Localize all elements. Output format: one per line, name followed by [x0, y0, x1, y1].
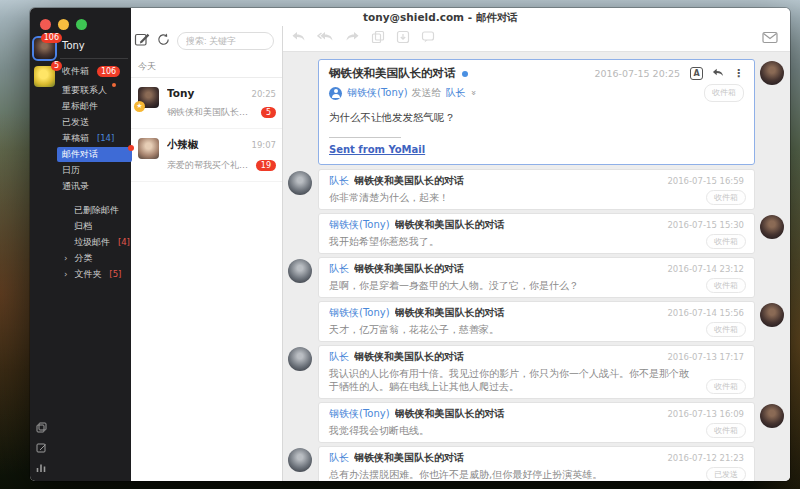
sender-name: 队长	[329, 350, 349, 363]
sidebar-item-inbox[interactable]: 收件箱 106	[59, 64, 132, 79]
message-card[interactable]: 队长 钢铁侠和美国队长的对话 2016-07-13 17:17 我认识的人比你有…	[318, 345, 755, 399]
message-card[interactable]: 钢铁侠(Tony) 钢铁侠和美国队长的对话 2016-07-14 15:56 天…	[318, 301, 755, 342]
sender-name: Tony	[167, 87, 252, 99]
sidebar-item-important-contacts[interactable]: 重要联系人	[59, 80, 132, 98]
archive-icon[interactable]	[396, 29, 410, 48]
forward-icon[interactable]	[345, 29, 360, 48]
message-date: 2016-07-13 17:17	[667, 351, 744, 364]
list-item[interactable]: 小辣椒 19:07 亲爱的帮我买个礼物回来！ 19	[131, 129, 282, 182]
sidebar-item-folders[interactable]: › 文件夹 [5]	[59, 267, 132, 282]
sender-avatar[interactable]	[288, 171, 312, 195]
sidebar-item-address-book[interactable]: 通讯录	[59, 179, 132, 194]
expand-details-icon[interactable]: »	[466, 90, 480, 96]
envelope-icon[interactable]	[762, 29, 778, 48]
expanded-message-row: 钢铁侠和美国队长的对话 2016-07-15 20:25 A ⋮	[283, 59, 790, 165]
chevron-right-icon: ›	[64, 269, 68, 279]
message-preview: 总有办法摆脱困难。你也许不是威胁,但你最好停止扮演英雄。	[329, 468, 744, 481]
conversation-panel: 钢铁侠和美国队长的对话 2016-07-15 20:25 A ⋮	[283, 26, 790, 481]
sender-name[interactable]: 钢铁侠(Tony)	[347, 86, 408, 100]
sidebar-item-badge: [14]	[97, 133, 114, 143]
close-button[interactable]	[40, 19, 51, 30]
expanded-message-card[interactable]: 钢铁侠和美国队长的对话 2016-07-15 20:25 A ⋮	[318, 59, 755, 165]
sidebar-item-label: 日历	[62, 165, 80, 175]
sender-avatar[interactable]	[288, 448, 312, 472]
sidebar-item-drafts[interactable]: 草稿箱 [14]	[59, 131, 132, 146]
compose-button[interactable]	[134, 31, 150, 51]
sender-avatar[interactable]	[760, 303, 784, 327]
sidebar-item-archive[interactable]: 归档	[59, 219, 132, 234]
avatar: ★	[138, 87, 159, 108]
window-title: tony@shield.com - 邮件对话	[363, 11, 518, 25]
sidebar-item-label: 已发送	[62, 117, 89, 127]
copy-icon[interactable]	[371, 29, 385, 48]
sidebar-item-label: 垃圾邮件	[74, 237, 110, 247]
conversation-thread[interactable]: 钢铁侠和美国队长的对话 2016-07-15 20:25 A ⋮	[283, 52, 790, 481]
sender-avatar[interactable]	[760, 404, 784, 428]
unread-dot	[112, 83, 116, 87]
sidebar-item-badge: 106	[97, 66, 120, 77]
message-subject: 钢铁侠和美国队长的对话	[329, 66, 456, 81]
reply-icon[interactable]	[711, 66, 725, 81]
zoom-button[interactable]	[76, 19, 87, 30]
list-section-header: 今天	[131, 56, 282, 78]
message-card[interactable]: 队长 钢铁侠和美国队长的对话 2016-07-14 23:12 是啊，你是穿着一…	[318, 257, 755, 298]
signature-link[interactable]: Sent from YoMail	[329, 144, 425, 155]
message-list-panel: 今天 ★ Tony 20:25 钢铁侠和美国队长的对话 5 小辣椒 19:07 …	[131, 26, 283, 481]
message-card[interactable]: 队长 钢铁侠和美国队长的对话 2016-07-15 16:59 你非常清楚为什么…	[318, 169, 755, 210]
message-card[interactable]: 队长 钢铁侠和美国队长的对话 2016-07-12 21:23 总有办法摆脱困难…	[318, 446, 755, 481]
unread-dot	[128, 145, 134, 151]
message-row: 钢铁侠(Tony) 钢铁侠和美国队长的对话 2016-07-13 16:09 我…	[283, 402, 790, 443]
chat-icon[interactable]	[421, 29, 435, 48]
message-card[interactable]: 钢铁侠(Tony) 钢铁侠和美国队长的对话 2016-07-15 15:30 我…	[318, 213, 755, 254]
sidebar-item-sent[interactable]: 已发送	[59, 115, 132, 130]
sender-name: 队长	[329, 451, 349, 464]
search-input[interactable]	[177, 32, 274, 50]
sidebar-item-label: 邮件对话	[62, 149, 98, 159]
folder-badge: 收件箱	[706, 190, 746, 205]
sidebar-menu: Tony 收件箱 106 重要联系人 星标邮件 已发送 草稿箱 [14] 邮件对…	[57, 34, 136, 481]
sender-name: 队长	[329, 262, 349, 275]
account-avatar-tony[interactable]: 106	[34, 38, 55, 59]
sidebar-item-label: 草稿箱	[62, 133, 89, 143]
sender-name: 钢铁侠(Tony)	[329, 218, 390, 231]
feedback-icon[interactable]	[36, 442, 47, 453]
sidebar-item-starred[interactable]: 星标邮件	[59, 99, 132, 114]
more-menu-icon[interactable]: ⋮	[733, 66, 744, 81]
sidebar-item-conversations[interactable]: 邮件对话	[57, 147, 132, 162]
sidebar-item-categories[interactable]: › 分类	[59, 251, 132, 266]
sidebar-item-label: 已删除邮件	[74, 205, 119, 215]
reply-icon[interactable]	[291, 29, 306, 48]
folder-badge: 收件箱	[706, 234, 746, 249]
account-name: Tony	[59, 38, 132, 58]
sidebar-item-badge: [5]	[109, 269, 121, 279]
sender-avatar[interactable]	[760, 215, 784, 239]
sender-avatar[interactable]	[760, 61, 784, 85]
sidebar-item-spam[interactable]: 垃圾邮件 [4]	[59, 235, 132, 250]
message-subject: 钢铁侠和美国队长的对话	[354, 174, 659, 187]
list-item[interactable]: ★ Tony 20:25 钢铁侠和美国队长的对话 5	[131, 78, 282, 129]
sender-avatar[interactable]	[288, 347, 312, 371]
message-preview: 天才，亿万富翁，花花公子，慈善家。	[329, 323, 744, 336]
message-card[interactable]: 钢铁侠(Tony) 钢铁侠和美国队长的对话 2016-07-13 16:09 我…	[318, 402, 755, 443]
message-subject: 钢铁侠和美国队长的对话	[395, 407, 660, 420]
translate-icon[interactable]: A	[690, 67, 703, 80]
sender-name: 小辣椒	[167, 138, 252, 152]
refresh-button[interactable]	[156, 32, 171, 51]
sidebar-item-trash[interactable]: 已删除邮件	[59, 203, 132, 218]
message-row: 队长 钢铁侠和美国队长的对话 2016-07-13 17:17 我认识的人比你有…	[283, 345, 790, 399]
folder-badge: 收件箱	[706, 278, 746, 293]
sender-name: 钢铁侠(Tony)	[329, 407, 390, 420]
recipient-name[interactable]: 队长	[446, 86, 466, 100]
reply-all-icon[interactable]	[317, 29, 334, 48]
folder-badge: 收件箱	[706, 379, 746, 394]
message-subject: 钢铁侠和美国队长的对话	[354, 350, 659, 363]
account-avatar-pepper-account[interactable]: 5	[34, 66, 55, 87]
accounts-icon[interactable]	[36, 422, 47, 433]
sender-avatar[interactable]	[288, 259, 312, 283]
star-badge: ★	[134, 101, 145, 112]
minimize-button[interactable]	[58, 19, 69, 30]
message-date: 2016-07-13 16:09	[667, 408, 744, 421]
message-preview: 是啊，你是穿着一身盔甲的大人物。没了它，你是什么？	[329, 279, 744, 292]
sidebar-item-calendar[interactable]: 日历	[59, 163, 132, 178]
stats-icon[interactable]	[36, 462, 47, 473]
